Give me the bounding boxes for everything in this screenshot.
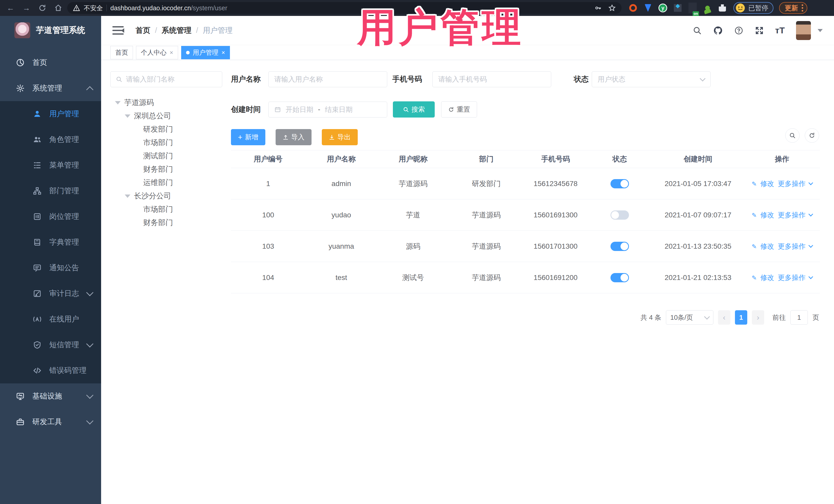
tab-profile[interactable]: 个人中心 × xyxy=(136,46,178,59)
tab-home[interactable]: 首页 xyxy=(110,46,133,59)
sidebar-item-dict-mgmt[interactable]: 字典管理 xyxy=(0,229,101,255)
tree-node[interactable]: 财务部门 xyxy=(111,216,224,229)
edit-link[interactable]: 修改 xyxy=(760,179,774,188)
browser-profile-button[interactable]: 已暂停 xyxy=(733,2,773,14)
next-page-button[interactable]: › xyxy=(752,310,764,325)
caret-down-icon[interactable] xyxy=(115,101,120,105)
fullscreen-icon[interactable] xyxy=(755,26,764,35)
username-input[interactable]: 请输入用户名称 xyxy=(268,71,387,87)
back-icon[interactable]: ← xyxy=(4,2,18,14)
logo-row[interactable]: 芋道管理系统 xyxy=(0,16,101,45)
more-actions-link[interactable]: 更多操作 xyxy=(778,179,806,188)
help-icon[interactable] xyxy=(734,26,743,35)
browser-menu-icon[interactable] xyxy=(802,4,803,12)
close-icon[interactable]: × xyxy=(170,49,173,56)
forward-icon[interactable]: → xyxy=(20,2,34,14)
tree-node[interactable]: 研发部门 xyxy=(111,123,224,136)
sidebar-item-notice[interactable]: 通知公告 xyxy=(0,255,101,281)
tree-node-label: 财务部门 xyxy=(143,164,173,175)
caret-down-icon[interactable] xyxy=(125,114,130,118)
sidebar-item-post-mgmt[interactable]: 岗位管理 xyxy=(0,204,101,229)
page-size-select[interactable]: 10条/页 xyxy=(666,310,714,325)
sidebar-item-menu-mgmt[interactable]: 菜单管理 xyxy=(0,152,101,178)
sidebar-item-errcode-mgmt[interactable]: 错误码管理 xyxy=(0,358,101,384)
edit-link[interactable]: 修改 xyxy=(760,211,774,220)
status-toggle[interactable] xyxy=(611,211,629,220)
status-select[interactable]: 用户状态 xyxy=(592,71,710,87)
pagination: 共 4 条 10条/页 ‹ 1 › 前往 1 页 xyxy=(640,310,819,325)
extension-y-icon[interactable]: y xyxy=(658,3,668,13)
home-icon[interactable] xyxy=(51,2,65,14)
more-actions-link[interactable]: 更多操作 xyxy=(778,242,806,251)
tree-node[interactable]: 芋道源码 xyxy=(111,96,224,109)
extension-pin-icon[interactable] xyxy=(643,3,653,13)
sidebar-item-audit-log[interactable]: 审计日志 xyxy=(0,281,101,306)
avatar-caret-icon[interactable] xyxy=(817,29,823,32)
tree-node[interactable]: 测试部门 xyxy=(111,149,224,163)
reload-icon[interactable] xyxy=(36,2,49,14)
extension-person-icon[interactable] xyxy=(703,3,712,13)
add-button[interactable]: + 新增 xyxy=(231,129,265,145)
warning-icon xyxy=(73,4,80,12)
sidebar-item-dev-tools[interactable]: 研发工具 xyxy=(0,409,101,435)
sidebar-item-home[interactable]: 首页 xyxy=(0,50,101,75)
date-range-input[interactable]: 开始日期 - 结束日期 xyxy=(268,102,387,117)
tree-node[interactable]: 运维部门 xyxy=(111,176,224,190)
url-text[interactable]: dashboard.yudao.iocoder.cn/system/user xyxy=(110,4,227,12)
tree-node[interactable]: 深圳总公司 xyxy=(111,109,224,123)
tree-node[interactable]: 长沙分公司 xyxy=(111,190,224,203)
chevron-down-icon[interactable] xyxy=(808,243,813,248)
tab-user-mgmt[interactable]: 用户管理 × xyxy=(181,46,230,59)
more-actions-link[interactable]: 更多操作 xyxy=(778,273,806,282)
extension-ubuntu-icon[interactable] xyxy=(628,3,638,13)
goto-page-input[interactable]: 1 xyxy=(790,310,808,325)
breadcrumb-home[interactable]: 首页 xyxy=(135,25,150,36)
extensions-puzzle-icon[interactable] xyxy=(718,3,727,13)
search-button[interactable]: 搜索 xyxy=(393,101,435,117)
extension-tampermonkey-icon[interactable]: on xyxy=(688,3,698,13)
tree-node[interactable]: 市场部门 xyxy=(111,203,224,216)
avatar[interactable] xyxy=(796,21,811,40)
chevron-down-icon[interactable] xyxy=(808,274,813,279)
address-bar[interactable]: 不安全 dashboard.yudao.iocoder.cn/system/us… xyxy=(67,2,621,14)
sidebar-item-sms-mgmt[interactable]: 短信管理 xyxy=(0,332,101,358)
export-button[interactable]: 导出 xyxy=(322,129,358,145)
sidebar-item-user-mgmt[interactable]: 用户管理 xyxy=(0,101,101,127)
sidebar-item-infra[interactable]: 基础设施 xyxy=(0,384,101,409)
status-toggle[interactable] xyxy=(611,242,629,251)
dept-search-input[interactable]: 请输入部门名称 xyxy=(110,71,222,87)
breadcrumb-system[interactable]: 系统管理 xyxy=(162,25,192,36)
tree-node[interactable]: 财务部门 xyxy=(111,163,224,176)
refresh-table-button[interactable] xyxy=(805,128,819,143)
edit-link[interactable]: 修改 xyxy=(760,273,774,282)
sidebar-item-dept-mgmt[interactable]: 部门管理 xyxy=(0,178,101,204)
status-toggle[interactable] xyxy=(611,273,629,282)
chevron-down-icon[interactable] xyxy=(808,180,813,185)
more-actions-link[interactable]: 更多操作 xyxy=(778,211,806,220)
sidebar-fold-icon[interactable] xyxy=(112,25,124,36)
bookmark-star-icon[interactable] xyxy=(608,4,616,12)
mobile-input[interactable]: 请输入手机号码 xyxy=(432,71,551,87)
edit-link[interactable]: 修改 xyxy=(760,242,774,251)
sidebar-item-system[interactable]: 系统管理 xyxy=(0,75,101,101)
prev-page-button[interactable]: ‹ xyxy=(718,310,730,325)
key-icon[interactable] xyxy=(594,4,601,12)
sidebar-item-role-mgmt[interactable]: 角色管理 xyxy=(0,127,101,152)
tree-node[interactable]: 市场部门 xyxy=(111,136,224,149)
status-toggle[interactable] xyxy=(611,179,629,188)
security-label[interactable]: 不安全 xyxy=(84,4,103,12)
browser-update-button[interactable]: 更新 xyxy=(779,2,807,14)
toggle-search-button[interactable] xyxy=(785,128,799,143)
caret-down-icon[interactable] xyxy=(125,195,130,198)
close-icon[interactable]: × xyxy=(221,49,225,56)
column-header: 创建时间 xyxy=(652,154,744,164)
font-size-icon[interactable]: тT xyxy=(775,25,785,36)
sidebar-item-online-users[interactable]: 在线用户 xyxy=(0,306,101,332)
search-icon[interactable] xyxy=(693,26,702,35)
current-page-button[interactable]: 1 xyxy=(735,310,747,325)
chevron-down-icon[interactable] xyxy=(808,212,813,216)
reset-button[interactable]: 重置 xyxy=(441,101,477,117)
github-icon[interactable] xyxy=(713,26,723,36)
extension-grid-icon[interactable] xyxy=(673,3,683,13)
import-button[interactable]: 导入 xyxy=(276,129,311,145)
